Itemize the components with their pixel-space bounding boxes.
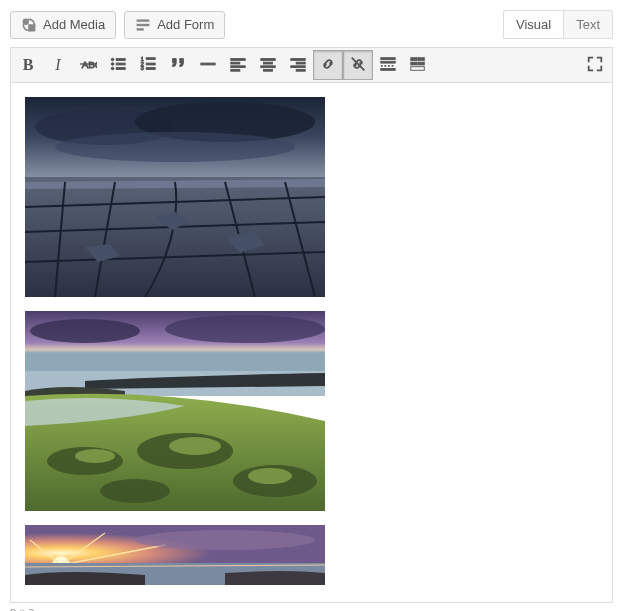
svg-rect-33 [381, 57, 395, 59]
svg-rect-28 [291, 58, 305, 60]
media-buttons-group: Add Media Add Form [10, 11, 225, 39]
svg-point-11 [111, 67, 114, 70]
strikethrough-icon: ABC [79, 55, 97, 76]
element-path-text: p » a [10, 605, 34, 611]
svg-rect-50 [25, 177, 325, 297]
align-right-icon [289, 55, 307, 76]
element-path: p » a [10, 603, 613, 611]
align-left-button[interactable] [223, 50, 253, 80]
svg-rect-21 [231, 62, 240, 64]
svg-rect-41 [411, 62, 414, 65]
svg-rect-18 [146, 67, 155, 69]
svg-point-61 [248, 468, 292, 484]
blockquote-button[interactable] [163, 50, 193, 80]
kitchen-sink-icon [409, 55, 427, 76]
svg-rect-36 [381, 68, 395, 70]
svg-text:3: 3 [141, 65, 144, 71]
svg-rect-27 [264, 69, 273, 71]
svg-point-7 [111, 58, 114, 61]
add-form-button[interactable]: Add Form [124, 11, 225, 39]
content-image-1[interactable] [25, 97, 325, 297]
bold-glyph: B [23, 56, 34, 74]
svg-rect-16 [146, 63, 155, 65]
editor-toolbar: B I ABC 123 [10, 47, 613, 83]
unlink-icon [349, 55, 367, 76]
svg-rect-30 [291, 65, 305, 67]
add-media-button[interactable]: Add Media [10, 11, 116, 39]
italic-glyph: I [55, 56, 60, 74]
svg-rect-39 [418, 57, 421, 60]
svg-rect-26 [261, 65, 275, 67]
fullscreen-icon [586, 55, 604, 76]
toolbar-left-group: B I ABC 123 [13, 50, 433, 80]
italic-button[interactable]: I [43, 50, 73, 80]
align-center-button[interactable] [253, 50, 283, 80]
svg-rect-43 [418, 62, 421, 65]
tab-visual-label: Visual [516, 17, 551, 32]
svg-rect-22 [231, 65, 245, 67]
svg-point-58 [100, 479, 170, 503]
svg-point-59 [75, 449, 115, 463]
svg-rect-38 [414, 57, 417, 60]
tab-text-label: Text [576, 17, 600, 32]
numbered-list-icon: 123 [139, 55, 157, 76]
quote-icon [169, 55, 187, 76]
content-image-2[interactable] [25, 311, 325, 511]
svg-rect-14 [146, 57, 155, 59]
align-left-icon [229, 55, 247, 76]
svg-rect-10 [116, 63, 125, 65]
toolbar-toggle-button[interactable] [403, 50, 433, 80]
svg-point-9 [111, 62, 114, 65]
add-form-label: Add Form [157, 17, 214, 32]
read-more-icon [379, 55, 397, 76]
link-button[interactable] [313, 50, 343, 80]
svg-rect-45 [411, 66, 425, 70]
strikethrough-button[interactable]: ABC [73, 50, 103, 80]
form-icon [135, 17, 151, 33]
media-icon [21, 17, 37, 33]
svg-point-0 [23, 18, 29, 24]
svg-rect-3 [137, 23, 150, 25]
horizontal-rule-button[interactable] [193, 50, 223, 80]
svg-rect-23 [231, 69, 240, 71]
align-center-icon [259, 55, 277, 76]
svg-point-60 [169, 437, 221, 455]
bold-button[interactable]: B [13, 50, 43, 80]
svg-rect-34 [381, 61, 395, 63]
svg-rect-4 [137, 28, 144, 30]
svg-rect-20 [231, 58, 245, 60]
svg-rect-44 [422, 62, 425, 65]
svg-point-49 [55, 132, 295, 162]
editor-content-area[interactable] [10, 83, 613, 603]
unlink-button[interactable] [343, 50, 373, 80]
svg-rect-12 [116, 67, 125, 69]
svg-rect-2 [137, 19, 150, 21]
svg-rect-37 [411, 57, 414, 60]
svg-rect-25 [264, 62, 273, 64]
align-right-button[interactable] [283, 50, 313, 80]
svg-point-53 [165, 315, 325, 343]
svg-rect-40 [422, 57, 425, 60]
bullet-list-button[interactable] [103, 50, 133, 80]
svg-rect-42 [414, 62, 417, 65]
content-image-3[interactable] [25, 525, 325, 585]
svg-rect-24 [261, 58, 275, 60]
bullet-list-icon [109, 55, 127, 76]
svg-point-52 [30, 319, 140, 343]
editor-mode-tabs: Visual Text [503, 10, 613, 39]
svg-rect-8 [116, 58, 125, 60]
hr-icon [199, 55, 217, 76]
fullscreen-button[interactable] [580, 50, 610, 80]
add-media-label: Add Media [43, 17, 105, 32]
numbered-list-button[interactable]: 123 [133, 50, 163, 80]
svg-point-68 [135, 530, 315, 550]
link-icon [319, 55, 337, 76]
svg-rect-31 [296, 69, 305, 71]
tab-visual[interactable]: Visual [503, 10, 563, 39]
svg-rect-1 [28, 24, 35, 31]
tab-text[interactable]: Text [563, 10, 613, 39]
insert-more-button[interactable] [373, 50, 403, 80]
svg-rect-19 [201, 63, 215, 65]
editor-top-row: Add Media Add Form Visual Text [10, 10, 613, 39]
svg-rect-29 [296, 62, 305, 64]
